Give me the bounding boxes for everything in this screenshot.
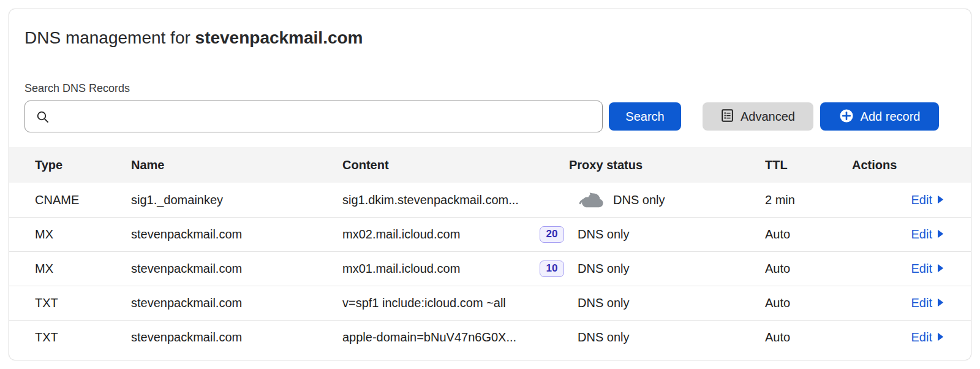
proxy-status-text: DNS only xyxy=(613,193,665,207)
edit-button-label: Edit xyxy=(911,330,932,344)
list-document-icon xyxy=(721,108,734,124)
record-type: CNAME xyxy=(9,193,131,207)
search-label: Search DNS Records xyxy=(24,82,956,95)
proxy-status-cell: 10 DNS only xyxy=(540,261,765,277)
record-type: TXT xyxy=(9,296,131,310)
edit-button[interactable]: Edit xyxy=(911,193,944,207)
record-name: sig1._domainkey xyxy=(131,193,342,207)
record-ttl: 2 min xyxy=(765,193,852,207)
record-ttl: Auto xyxy=(765,227,852,242)
proxy-status-text: DNS only xyxy=(578,227,629,242)
table-row: MX stevenpackmail.com mx01.mail.icloud.c… xyxy=(9,251,971,286)
header-proxy-status: Proxy status xyxy=(540,158,765,172)
header-type: Type xyxy=(9,158,131,172)
edit-button-label: Edit xyxy=(911,262,932,276)
proxy-status-cell: DNS only xyxy=(540,296,765,310)
proxy-status-cell: DNS only xyxy=(540,330,765,344)
add-record-button[interactable]: Add record xyxy=(820,102,939,131)
record-content: apple-domain=bNuV47n6G0X... xyxy=(342,330,540,344)
edit-button[interactable]: Edit xyxy=(911,296,944,310)
cloud-arrow-icon xyxy=(578,189,606,210)
record-content: sig1.dkim.stevenpackmail.com... xyxy=(342,193,540,207)
add-record-button-label: Add record xyxy=(861,110,921,123)
proxy-status-text: DNS only xyxy=(578,296,629,310)
page-title-prefix: DNS management for xyxy=(24,28,195,47)
triangle-right-icon xyxy=(937,262,944,276)
table-row: CNAME sig1._domainkey sig1.dkim.stevenpa… xyxy=(9,183,971,217)
record-content: v=spf1 include:icloud.com ~all xyxy=(342,296,540,310)
priority-slot: 20 xyxy=(540,226,571,243)
priority-slot: 10 xyxy=(540,261,571,277)
search-button[interactable]: Search xyxy=(609,102,681,131)
record-content: mx02.mail.icloud.com xyxy=(342,227,540,242)
header-content: Content xyxy=(342,158,540,172)
record-content: mx01.mail.icloud.com xyxy=(342,262,540,276)
dns-records-table: Type Name Content Proxy status TTL Actio… xyxy=(9,147,971,354)
table-row: TXT stevenpackmail.com v=spf1 include:ic… xyxy=(9,286,971,320)
search-controls: Search Advanced xyxy=(24,101,956,132)
dns-management-card: DNS management for stevenpackmail.com Se… xyxy=(9,9,971,360)
edit-button-label: Edit xyxy=(911,296,932,310)
page-title-domain: stevenpackmail.com xyxy=(195,28,363,47)
record-name: stevenpackmail.com xyxy=(131,227,342,242)
record-type: MX xyxy=(9,262,131,276)
record-ttl: Auto xyxy=(765,296,852,310)
header-actions: Actions xyxy=(852,158,971,172)
table-row: TXT stevenpackmail.com apple-domain=bNuV… xyxy=(9,320,971,354)
record-ttl: Auto xyxy=(765,330,852,344)
search-input-wrapper[interactable] xyxy=(24,101,603,132)
triangle-right-icon xyxy=(937,227,944,242)
edit-button-label: Edit xyxy=(911,227,932,242)
record-name: stevenpackmail.com xyxy=(131,262,342,276)
header-name: Name xyxy=(131,158,342,172)
edit-button[interactable]: Edit xyxy=(911,330,944,344)
card-top-section: DNS management for stevenpackmail.com Se… xyxy=(9,9,971,132)
proxy-status-text: DNS only xyxy=(578,262,629,276)
search-input[interactable] xyxy=(25,101,602,132)
record-type: MX xyxy=(9,227,131,242)
triangle-right-icon xyxy=(937,193,944,207)
header-ttl: TTL xyxy=(765,158,852,172)
advanced-button[interactable]: Advanced xyxy=(703,102,813,131)
plus-circle-icon xyxy=(839,108,854,125)
edit-button-label: Edit xyxy=(911,193,932,207)
record-ttl: Auto xyxy=(765,262,852,276)
proxy-status-cell: DNS only xyxy=(540,189,765,210)
record-name: stevenpackmail.com xyxy=(131,296,342,310)
search-icon xyxy=(36,110,50,126)
page-title: DNS management for stevenpackmail.com xyxy=(24,28,956,48)
table-body: CNAME sig1._domainkey sig1.dkim.stevenpa… xyxy=(9,183,971,354)
proxy-status-text: DNS only xyxy=(578,330,629,344)
table-row: MX stevenpackmail.com mx02.mail.icloud.c… xyxy=(9,217,971,251)
priority-badge: 10 xyxy=(540,261,564,277)
record-type: TXT xyxy=(9,330,131,344)
edit-button[interactable]: Edit xyxy=(911,262,944,276)
search-button-label: Search xyxy=(625,110,664,123)
priority-badge: 20 xyxy=(540,226,564,243)
table-header-row: Type Name Content Proxy status TTL Actio… xyxy=(9,147,971,183)
advanced-button-label: Advanced xyxy=(741,110,795,123)
edit-button[interactable]: Edit xyxy=(911,227,944,242)
triangle-right-icon xyxy=(937,330,944,344)
triangle-right-icon xyxy=(937,296,944,310)
record-name: stevenpackmail.com xyxy=(131,330,342,344)
proxy-status-cell: 20 DNS only xyxy=(540,226,765,243)
